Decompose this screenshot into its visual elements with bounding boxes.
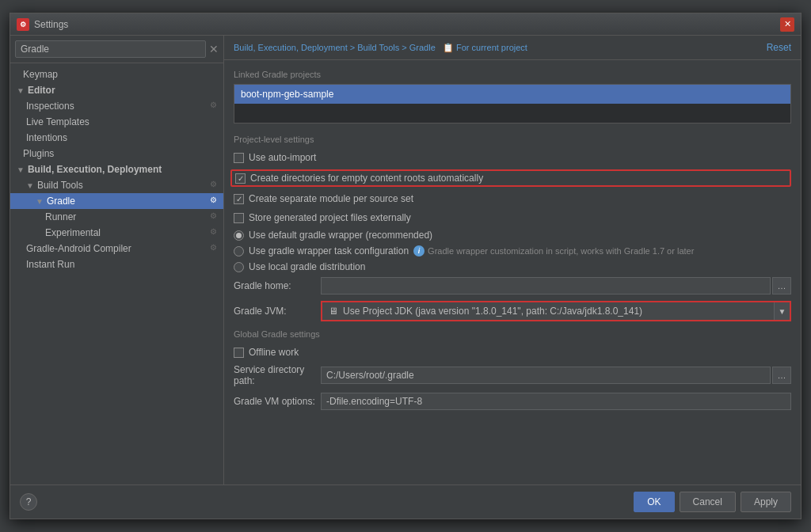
- gradle-jvm-value: Use Project JDK (java version "1.8.0_141…: [343, 306, 642, 317]
- create-dirs-row: Create directories for empty content roo…: [230, 169, 791, 187]
- auto-import-label: Use auto-import: [249, 152, 316, 163]
- instant-run-label: Instant Run: [26, 259, 74, 270]
- apply-button[interactable]: Apply: [741, 492, 791, 512]
- wrapper-task-radio[interactable]: [234, 246, 244, 256]
- ok-button[interactable]: OK: [634, 492, 674, 512]
- linked-projects-list: boot-npm-geb-sample: [234, 84, 791, 124]
- title-bar: ⚙ Settings ✕: [10, 13, 801, 36]
- gradle-home-row: Gradle home: …: [234, 277, 791, 294]
- jvm-select-icon: 🖥: [329, 306, 338, 317]
- sidebar-tree: Keymap ▼Editor Inspections ⚙ Live Templa…: [10, 63, 223, 484]
- sidebar-item-gradle[interactable]: ▼Gradle ⚙: [10, 193, 223, 209]
- gradle-jvm-row: Gradle JVM: 🖥 Use Project JDK (java vers…: [234, 301, 791, 321]
- content-main: Linked Gradle projects boot-npm-geb-samp…: [224, 60, 801, 484]
- gradle-home-label: Gradle home:: [234, 280, 321, 291]
- default-wrapper-row: Use default gradle wrapper (recommended): [234, 230, 791, 241]
- plugins-label: Plugins: [23, 148, 54, 159]
- gradle-jvm-label: Gradle JVM:: [234, 306, 321, 317]
- build-arrow: ▼: [17, 165, 25, 174]
- sidebar-category-build[interactable]: ▼Build, Execution, Deployment: [10, 162, 223, 177]
- separate-module-label: Create separate module per source set: [249, 193, 413, 204]
- sidebar-item-live-templates[interactable]: Live Templates: [10, 114, 223, 130]
- vm-options-row: Gradle VM options:: [234, 393, 791, 410]
- sidebar: ✕ Keymap ▼Editor Inspections ⚙ Live Temp…: [10, 36, 224, 484]
- breadcrumb-suffix: 📋: [443, 43, 454, 52]
- gradle-jvm-select-wrapper: 🖥 Use Project JDK (java version "1.8.0_1…: [321, 301, 791, 321]
- local-dist-label: Use local gradle distribution: [249, 261, 365, 272]
- wrapper-task-row: Use gradle wrapper task configuration i …: [234, 245, 791, 256]
- content-panel: Build, Execution, Deployment > Build Too…: [224, 36, 801, 484]
- create-dirs-checkbox[interactable]: [235, 173, 246, 184]
- local-dist-radio[interactable]: [234, 262, 244, 272]
- separate-module-row: Create separate module per source set: [234, 192, 791, 206]
- gradle-home-browse-button[interactable]: …: [772, 277, 791, 294]
- search-input[interactable]: [15, 40, 206, 58]
- service-dir-input[interactable]: [321, 367, 771, 384]
- close-button[interactable]: ✕: [780, 17, 794, 32]
- search-box: ✕: [10, 36, 223, 63]
- linked-projects-label: Linked Gradle projects: [234, 70, 791, 79]
- sidebar-item-experimental[interactable]: Experimental ⚙: [10, 225, 223, 241]
- help-icon: ?: [26, 496, 32, 507]
- experimental-icon: ⚙: [210, 227, 217, 236]
- sidebar-item-inspections[interactable]: Inspections ⚙: [10, 98, 223, 114]
- breadcrumb: Build, Execution, Deployment > Build Too…: [234, 43, 527, 53]
- gradle-home-input[interactable]: [321, 277, 771, 294]
- sidebar-item-plugins[interactable]: Plugins: [10, 146, 223, 162]
- app-icon: ⚙: [17, 18, 29, 31]
- build-tools-arrow: ▼: [26, 181, 34, 190]
- jvm-dropdown-button[interactable]: ▼: [774, 302, 790, 320]
- live-templates-label: Live Templates: [26, 116, 89, 127]
- gradle-android-label: Gradle-Android Compiler: [26, 243, 131, 254]
- experimental-label: Experimental: [45, 227, 101, 238]
- wrapper-info-text: Gradle wrapper customization in script, …: [428, 246, 694, 256]
- offline-work-checkbox[interactable]: [234, 348, 244, 358]
- service-dir-label: Service directory path:: [234, 364, 321, 386]
- runner-icon: ⚙: [210, 211, 217, 220]
- vm-options-label: Gradle VM options:: [234, 396, 321, 407]
- project-settings-label: Project-level settings: [234, 135, 791, 144]
- reset-link[interactable]: Reset: [767, 42, 791, 53]
- sidebar-item-runner[interactable]: Runner ⚙: [10, 209, 223, 225]
- offline-work-row: Offline work: [234, 345, 791, 359]
- linked-project-item[interactable]: boot-npm-geb-sample: [234, 85, 790, 104]
- sidebar-item-gradle-android[interactable]: Gradle-Android Compiler ⚙: [10, 241, 223, 256]
- window-title: Settings: [34, 19, 780, 30]
- global-settings-label: Global Gradle settings: [234, 329, 791, 339]
- create-dirs-label: Create directories for empty content roo…: [250, 173, 483, 184]
- offline-work-label: Offline work: [249, 347, 299, 358]
- search-clear-icon[interactable]: ✕: [209, 43, 219, 55]
- store-generated-checkbox[interactable]: [234, 213, 244, 223]
- cancel-button[interactable]: Cancel: [680, 492, 736, 512]
- vm-options-input[interactable]: [321, 393, 791, 410]
- wrapper-task-label: Use gradle wrapper task configuration: [249, 245, 409, 256]
- service-dir-row: Service directory path: …: [234, 364, 791, 386]
- editor-arrow: ▼: [17, 86, 25, 95]
- help-button[interactable]: ?: [20, 493, 37, 511]
- store-generated-label: Store generated project files externally: [249, 212, 411, 223]
- sidebar-category-editor[interactable]: ▼Editor: [10, 82, 223, 98]
- sidebar-item-intentions[interactable]: Intentions: [10, 130, 223, 146]
- gradle-icon: ⚙: [210, 196, 217, 204]
- store-generated-row: Store generated project files externally: [234, 211, 791, 225]
- intentions-label: Intentions: [26, 132, 67, 143]
- sidebar-item-instant-run[interactable]: Instant Run: [10, 256, 223, 272]
- service-dir-browse-button[interactable]: …: [772, 367, 791, 384]
- info-icon: i: [413, 245, 425, 256]
- separate-module-checkbox[interactable]: [234, 194, 244, 204]
- breadcrumb-project: For current project: [456, 43, 527, 52]
- local-dist-row: Use local gradle distribution: [234, 261, 791, 272]
- sidebar-item-keymap[interactable]: Keymap: [10, 66, 223, 82]
- runner-label: Runner: [45, 211, 76, 222]
- dialog-footer: ? OK Cancel Apply: [10, 484, 801, 519]
- sidebar-category-build-tools[interactable]: ▼Build Tools ⚙: [10, 177, 223, 193]
- gradle-jvm-select[interactable]: 🖥 Use Project JDK (java version "1.8.0_1…: [322, 302, 774, 320]
- inspections-label: Inspections: [26, 101, 74, 112]
- auto-import-checkbox[interactable]: [234, 153, 244, 163]
- breadcrumb-text: Build, Execution, Deployment > Build Too…: [234, 43, 436, 52]
- auto-import-row: Use auto-import: [234, 150, 791, 165]
- keymap-label: Keymap: [23, 69, 58, 80]
- footer-buttons: OK Cancel Apply: [634, 492, 791, 512]
- default-wrapper-radio[interactable]: [234, 230, 244, 241]
- gradle-arrow: ▼: [36, 197, 44, 206]
